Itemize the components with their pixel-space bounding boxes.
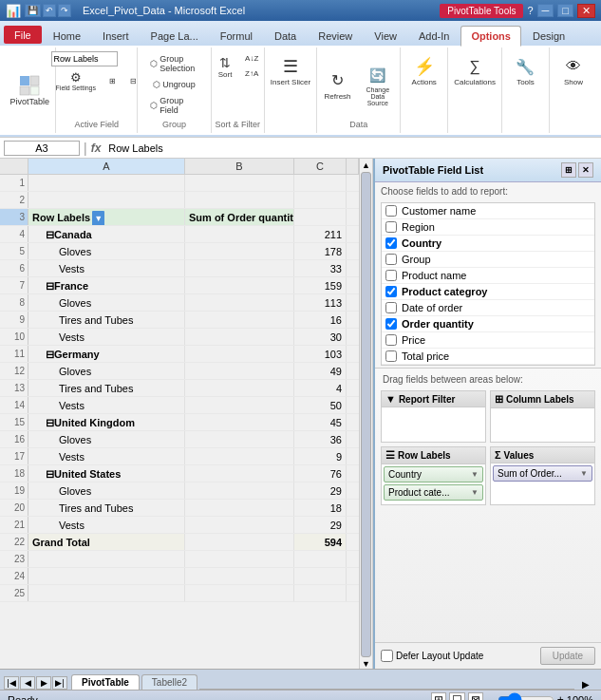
cell-c[interactable]: 178 bbox=[294, 243, 347, 259]
cell-a[interactable]: Vests bbox=[28, 329, 185, 345]
cell-a[interactable]: Gloves bbox=[28, 363, 185, 379]
cell-a[interactable] bbox=[28, 551, 185, 567]
actions-button[interactable]: ⚡ Actions bbox=[406, 51, 442, 90]
field-item[interactable]: Customer name bbox=[382, 203, 594, 219]
panel-close-button[interactable]: ✕ bbox=[578, 162, 593, 178]
cell-b[interactable] bbox=[185, 397, 294, 413]
field-item[interactable]: Price bbox=[382, 332, 594, 349]
row-chip[interactable]: Country▼ bbox=[384, 466, 483, 482]
field-checkbox[interactable] bbox=[385, 318, 397, 330]
group-field-button[interactable]: ⬡Group Field bbox=[145, 93, 203, 118]
cell-c[interactable]: 211 bbox=[294, 226, 347, 242]
cell-c[interactable]: 159 bbox=[294, 277, 347, 293]
cell-c[interactable]: 49 bbox=[294, 363, 347, 379]
field-checkbox[interactable] bbox=[385, 237, 397, 249]
sheet-nav-prev[interactable]: ◀ bbox=[20, 676, 35, 690]
cell-b[interactable] bbox=[185, 380, 294, 396]
cell-c[interactable] bbox=[294, 551, 347, 567]
field-item[interactable]: Total price bbox=[382, 349, 594, 365]
cell-b[interactable] bbox=[185, 346, 294, 362]
cell-a[interactable]: ⊟Germany bbox=[28, 346, 185, 362]
field-checkbox[interactable] bbox=[385, 205, 397, 217]
view-layout-icon[interactable]: ☐ bbox=[449, 692, 465, 701]
group-selection-button[interactable]: ⬡Group Selection bbox=[145, 51, 203, 76]
col-header-c[interactable]: C bbox=[294, 159, 347, 174]
cell-b[interactable] bbox=[185, 482, 294, 499]
cell-a[interactable] bbox=[28, 585, 185, 601]
cell-a[interactable]: Vests bbox=[28, 448, 185, 464]
cell-c[interactable]: 30 bbox=[294, 329, 347, 345]
cell-c[interactable] bbox=[294, 209, 347, 225]
cell-c[interactable]: 45 bbox=[294, 414, 347, 430]
tab-design[interactable]: Design bbox=[522, 26, 575, 46]
expand-button[interactable]: ⊞ bbox=[103, 67, 122, 94]
tab-options[interactable]: Options bbox=[460, 26, 521, 47]
cell-b[interactable] bbox=[185, 329, 294, 345]
maximize-icon[interactable]: □ bbox=[557, 4, 573, 17]
cell-c[interactable]: 9 bbox=[294, 448, 347, 464]
cell-b[interactable] bbox=[185, 448, 294, 464]
field-checkbox[interactable] bbox=[385, 254, 397, 265]
tab-home[interactable]: Home bbox=[43, 26, 91, 46]
cell-a[interactable]: ⊟Canada bbox=[28, 226, 185, 242]
cell-b[interactable] bbox=[185, 431, 294, 447]
cell-b[interactable] bbox=[185, 585, 294, 601]
cell-b[interactable] bbox=[185, 175, 294, 191]
cell-c[interactable] bbox=[294, 192, 347, 208]
cell-c[interactable]: 103 bbox=[294, 346, 347, 362]
row-chip[interactable]: Product cate...▼ bbox=[384, 484, 483, 501]
col-header-b[interactable]: B bbox=[185, 159, 294, 174]
formula-input[interactable] bbox=[104, 142, 597, 155]
tab-review[interactable]: Review bbox=[308, 26, 363, 46]
cell-c[interactable]: 29 bbox=[294, 517, 347, 533]
sort-az-button[interactable]: A↓Z bbox=[240, 51, 263, 66]
sort-button[interactable]: ⇅ Sort bbox=[212, 51, 238, 83]
show-button[interactable]: 👁 Show bbox=[556, 51, 591, 90]
sort-za-button[interactable]: Z↑A bbox=[240, 66, 263, 81]
cell-a[interactable]: ⊟France bbox=[28, 277, 185, 293]
cell-b[interactable] bbox=[185, 294, 294, 311]
cell-c[interactable]: 113 bbox=[294, 294, 347, 311]
row-label-dropdown[interactable]: ▼ bbox=[92, 211, 104, 225]
tools-button[interactable]: 🔧 Tools bbox=[508, 51, 542, 90]
cell-b[interactable] bbox=[185, 465, 294, 482]
cell-a[interactable]: Tires and Tubes bbox=[28, 380, 185, 396]
cell-c[interactable]: 36 bbox=[294, 431, 347, 447]
cell-c[interactable]: 33 bbox=[294, 260, 347, 276]
calculations-button[interactable]: ∑ Calculations bbox=[448, 51, 501, 90]
update-button[interactable]: Update bbox=[540, 647, 595, 665]
cell-c[interactable]: 16 bbox=[294, 312, 347, 328]
sheet-nav-next[interactable]: ▶ bbox=[36, 676, 51, 690]
field-checkbox[interactable] bbox=[385, 221, 397, 233]
cell-a[interactable]: Gloves bbox=[28, 294, 185, 311]
field-item[interactable]: Product name bbox=[382, 268, 594, 284]
defer-checkbox-label[interactable]: Defer Layout Update bbox=[381, 650, 483, 662]
close-icon[interactable]: ✕ bbox=[577, 4, 595, 18]
cell-a[interactable]: ⊟United States bbox=[28, 465, 185, 482]
field-item[interactable]: Group bbox=[382, 252, 594, 268]
field-checkbox[interactable] bbox=[385, 334, 397, 346]
column-labels-zone[interactable]: ⊞ Column Labels bbox=[490, 390, 595, 443]
row-labels-zone[interactable]: ☰ Row Labels Country▼Product cate...▼ bbox=[381, 446, 486, 505]
tab-view[interactable]: View bbox=[364, 26, 407, 46]
cell-c[interactable]: 594 bbox=[294, 534, 347, 550]
cell-b[interactable] bbox=[185, 551, 294, 567]
cell-c[interactable] bbox=[294, 175, 347, 191]
field-item[interactable]: Region bbox=[382, 219, 594, 236]
tab-formulas[interactable]: Formul bbox=[210, 26, 263, 46]
tab-page-layout[interactable]: Page La... bbox=[141, 26, 209, 46]
tab-addin[interactable]: Add-In bbox=[408, 26, 460, 46]
sheet-tab-pivot[interactable]: PivotTable bbox=[71, 674, 140, 690]
field-item[interactable]: Product categroy bbox=[382, 284, 594, 300]
cell-c[interactable]: 50 bbox=[294, 397, 347, 413]
sheet-nav-last[interactable]: ▶| bbox=[52, 676, 67, 690]
ungroup-button[interactable]: ⬡Ungroup bbox=[148, 77, 200, 92]
change-data-source-button[interactable]: 🔄 Change Data Source bbox=[359, 60, 398, 110]
cell-c[interactable]: 18 bbox=[294, 500, 347, 516]
cell-a[interactable]: Grand Total bbox=[28, 534, 185, 550]
cell-c[interactable] bbox=[294, 568, 347, 584]
help-icon[interactable]: ? bbox=[527, 5, 533, 16]
insert-slicer-button[interactable]: ☰ Insert Slicer bbox=[265, 51, 316, 90]
cell-a[interactable]: Gloves bbox=[28, 431, 185, 447]
pivottable-button[interactable]: PivotTable bbox=[4, 70, 55, 110]
